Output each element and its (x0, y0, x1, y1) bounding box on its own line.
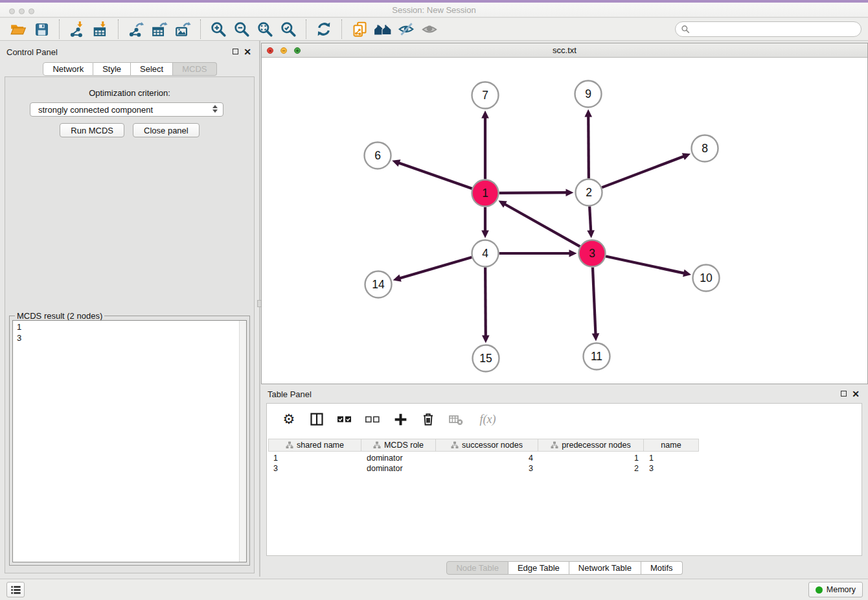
hierarchy-icon (551, 441, 558, 449)
graph-edge-2-8[interactable] (602, 156, 685, 188)
control-panel-title: Control Panel (6, 47, 58, 57)
table-panel-title: Table Panel (268, 389, 312, 399)
float-panel-icon[interactable] (233, 49, 238, 54)
show-panel-button[interactable] (418, 19, 441, 40)
zoom-out-button[interactable] (230, 19, 253, 40)
column-header-predecessor-nodes[interactable]: predecessor nodes (538, 439, 644, 452)
graph-edge-2-3[interactable] (589, 206, 591, 232)
network-graph[interactable]: 1234678910111415 (262, 58, 867, 384)
graph-node-label-7: 7 (482, 89, 488, 102)
run-mcds-button[interactable]: Run MCDS (60, 123, 124, 137)
network-view-window: × − + scc.txt 1234678910111415 (261, 43, 868, 384)
export-image-icon (174, 21, 191, 38)
mcds-result-text[interactable]: 1 3 (12, 320, 247, 562)
select-all-button[interactable] (336, 410, 354, 428)
result-scrollbar[interactable] (239, 321, 246, 562)
checked-boxes-icon (337, 411, 352, 427)
network-canvas[interactable]: 1234678910111415 (262, 58, 867, 384)
save-session-button[interactable] (30, 19, 53, 40)
export-image-button[interactable] (171, 19, 194, 40)
toolbar-separator (118, 19, 119, 39)
columns-icon (309, 411, 325, 427)
trash-icon (420, 411, 436, 427)
graph-edge-4-14[interactable] (398, 257, 472, 279)
close-panel-button[interactable]: Close panel (133, 123, 200, 137)
open-session-button[interactable] (6, 19, 30, 40)
graph-edge-3-11[interactable] (593, 267, 596, 335)
column-header-shared-name[interactable]: shared name (268, 439, 361, 452)
search-box (675, 21, 862, 37)
delete-row-button[interactable] (419, 410, 437, 428)
tab-style[interactable]: Style (93, 62, 131, 76)
graph-edge-arrowhead (393, 275, 402, 282)
refresh-layout-button[interactable] (312, 19, 336, 40)
close-panel-icon[interactable]: ✕ (244, 46, 251, 58)
table-settings-button[interactable]: ⚙ (280, 410, 298, 428)
tab-edge-table[interactable]: Edge Table (508, 561, 569, 575)
zoom-fit-button[interactable] (253, 19, 277, 40)
panel-divider[interactable] (259, 41, 260, 577)
eye-slash-icon (398, 21, 415, 38)
save-icon (34, 21, 50, 38)
show-all-networks-button[interactable] (371, 19, 394, 40)
close-table-panel-icon[interactable]: ✕ (852, 388, 860, 400)
search-input[interactable] (690, 25, 856, 34)
control-panel: Control Panel ✕ Network Style Select MCD… (0, 41, 260, 577)
hierarchy-icon (451, 441, 459, 449)
task-history-button[interactable] (6, 582, 25, 597)
duplicate-network-icon (351, 21, 369, 38)
export-network-button[interactable] (124, 19, 148, 40)
zoom-fit-icon (257, 21, 273, 38)
zoom-selected-button[interactable] (277, 19, 300, 40)
graph-node-label-11: 11 (591, 350, 602, 363)
zoom-in-button[interactable] (207, 19, 230, 40)
graph-edge-4-15[interactable] (485, 267, 486, 337)
graph-edge-3-1[interactable] (503, 203, 580, 246)
table-row[interactable]: 1 dominator 4 1 1 (268, 453, 699, 463)
table-row[interactable]: 3 dominator 3 2 3 (268, 463, 699, 474)
graph-edge-2-9[interactable] (588, 115, 589, 178)
graph-edge-arrowhead (565, 189, 573, 196)
tab-motifs[interactable]: Motifs (641, 561, 683, 575)
optimization-select[interactable]: strongly connected component (30, 102, 223, 117)
graph-edge-arrowhead (569, 249, 577, 257)
tab-network[interactable]: Network (43, 62, 93, 76)
memory-status-icon (816, 586, 823, 594)
import-network-icon (69, 21, 86, 38)
import-table-button[interactable] (89, 19, 112, 40)
graph-edge-arrowhead (584, 109, 592, 117)
column-header-name[interactable]: name (644, 439, 699, 452)
application-window: Session: New Session (0, 0, 868, 600)
graph-edge-1-2[interactable] (499, 192, 567, 193)
function-builder-button[interactable]: f(x) (475, 410, 501, 428)
window-title: Session: New Session (0, 3, 868, 17)
graph-edge-arrowhead (481, 111, 489, 119)
add-row-button[interactable] (391, 410, 409, 428)
split-columns-button[interactable] (308, 410, 326, 428)
delete-table-icon (448, 411, 464, 427)
tab-network-table[interactable]: Network Table (569, 561, 641, 575)
table-panel: Table Panel ✕ ⚙ (261, 386, 868, 577)
graph-edge-arrowhead (587, 230, 595, 238)
tab-select[interactable]: Select (131, 62, 173, 76)
tab-node-table[interactable]: Node Table (446, 561, 508, 575)
graph-edge-3-10[interactable] (606, 257, 685, 274)
delete-table-button[interactable] (447, 410, 465, 428)
optimization-select-value: strongly connected component (38, 105, 153, 115)
hide-panel-button[interactable] (394, 19, 418, 40)
export-table-button[interactable] (148, 19, 171, 40)
import-network-button[interactable] (65, 19, 89, 40)
graph-node-label-8: 8 (702, 142, 708, 155)
toolbar-separator (341, 19, 342, 39)
deselect-all-button[interactable] (363, 410, 382, 428)
float-table-panel-icon[interactable] (841, 391, 847, 397)
refresh-icon (315, 21, 332, 38)
column-header-successor-nodes[interactable]: successor nodes (436, 439, 538, 452)
eye-icon (421, 21, 438, 38)
duplicate-network-button[interactable] (348, 19, 371, 40)
memory-button[interactable]: Memory (808, 582, 863, 597)
graph-edge-1-6[interactable] (398, 163, 472, 189)
tab-mcds[interactable]: MCDS (173, 62, 216, 76)
zoom-selected-icon (280, 21, 297, 38)
column-header-mcds-role[interactable]: MCDS role (361, 439, 436, 452)
